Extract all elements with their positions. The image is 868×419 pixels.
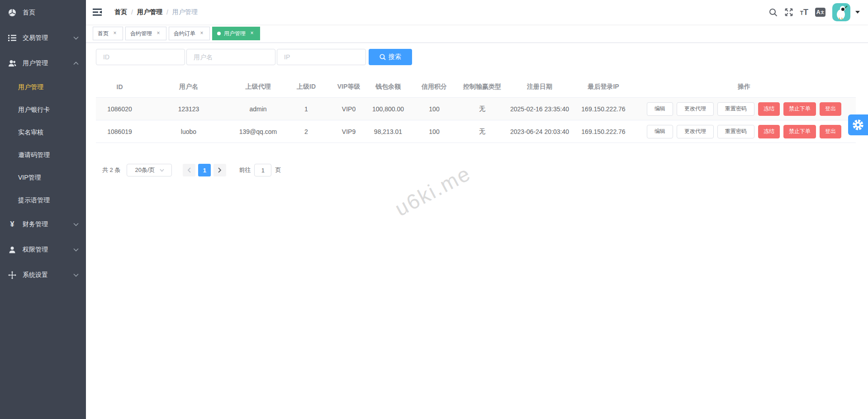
ban-order-button[interactable]: 禁止下单 bbox=[783, 102, 816, 116]
sidebar-item-label: 财务管理 bbox=[23, 220, 48, 229]
reset-password-button[interactable]: 重置密码 bbox=[717, 125, 754, 138]
page-size-value: 20条/页 bbox=[135, 166, 155, 174]
table-header-cell: 上级代理 bbox=[234, 76, 282, 98]
sidebar-item-home[interactable]: 首页 bbox=[0, 0, 86, 25]
cell-parent-id: 1 bbox=[282, 98, 330, 120]
cell-last-ip: 169.150.222.76 bbox=[574, 120, 632, 143]
settings-gear-button[interactable] bbox=[848, 114, 868, 135]
tab-contract-order[interactable]: 合约订单 × bbox=[169, 27, 210, 40]
gear-icon bbox=[852, 119, 864, 131]
search-button[interactable]: 搜索 bbox=[369, 49, 412, 65]
close-icon[interactable]: × bbox=[112, 30, 118, 37]
fullscreen-icon[interactable] bbox=[784, 8, 793, 17]
cell-reg-date: 2023-06-24 20:03:40 bbox=[505, 120, 574, 143]
row-actions: 编辑 更改代理 重置密码 冻结 禁止下单 登出 bbox=[632, 102, 856, 116]
cell-reg-date: 2025-02-16 23:35:40 bbox=[505, 98, 574, 120]
row-actions: 编辑 更改代理 重置密码 冻结 禁止下单 登出 bbox=[632, 125, 856, 138]
close-icon[interactable]: × bbox=[199, 30, 205, 37]
breadcrumb-item[interactable]: 首页 bbox=[114, 8, 127, 16]
logout-button[interactable]: 登出 bbox=[820, 125, 841, 138]
ip-input[interactable] bbox=[277, 49, 366, 65]
chevron-up-icon bbox=[73, 62, 79, 65]
sidebar: 首页 交易管理 用户管理 用户管理 用户银行卡 实名审核 邀请码管理 bbox=[0, 0, 86, 419]
cell-balance: 98,213.01 bbox=[367, 120, 409, 143]
move-icon bbox=[8, 271, 16, 279]
sidebar-submenu-user: 用户管理 用户银行卡 实名审核 邀请码管理 VIP管理 提示语管理 bbox=[0, 76, 86, 212]
cell-credit: 100 bbox=[409, 120, 460, 143]
chevron-down-icon bbox=[73, 273, 79, 277]
translate-icon[interactable]: A文 bbox=[815, 8, 825, 17]
sidebar-item-permission[interactable]: 权限管理 bbox=[0, 237, 86, 262]
cell-id: 1086020 bbox=[96, 98, 143, 120]
sidebar-item-label: 提示语管理 bbox=[18, 196, 50, 205]
close-icon[interactable]: × bbox=[155, 30, 161, 37]
cell-win-type: 无 bbox=[460, 120, 505, 143]
app-root: 首页 交易管理 用户管理 用户管理 用户银行卡 实名审核 邀请码管理 bbox=[0, 0, 868, 419]
tab-user-manage[interactable]: 用户管理 × bbox=[212, 27, 260, 40]
font-size-icon[interactable]: TT bbox=[800, 8, 808, 16]
cell-vip: VIP9 bbox=[330, 120, 367, 143]
username-input[interactable] bbox=[186, 49, 275, 65]
sidebar-item-label: 用户银行卡 bbox=[18, 106, 50, 114]
goto-page-input[interactable] bbox=[254, 164, 271, 176]
pagination: 共 2 条 20条/页 1 前往 页 bbox=[96, 164, 858, 176]
users-icon bbox=[8, 60, 16, 67]
sidebar-item-vip-manage[interactable]: VIP管理 bbox=[0, 167, 86, 189]
list-icon bbox=[8, 34, 16, 42]
sidebar-item-tips-manage[interactable]: 提示语管理 bbox=[0, 189, 86, 212]
logout-button[interactable]: 登出 bbox=[820, 102, 841, 116]
id-input[interactable] bbox=[96, 49, 185, 65]
cell-last-ip: 169.150.222.76 bbox=[574, 98, 632, 120]
yen-icon: ¥ bbox=[8, 220, 16, 229]
freeze-button[interactable]: 冻结 bbox=[758, 102, 780, 116]
cell-id: 1086019 bbox=[96, 120, 143, 143]
edit-button[interactable]: 编辑 bbox=[647, 125, 673, 138]
cell-agent: 139@qq.com bbox=[234, 120, 282, 143]
edit-button[interactable]: 编辑 bbox=[647, 102, 673, 116]
page-number-button[interactable]: 1 bbox=[198, 164, 211, 176]
tab-label: 合约管理 bbox=[130, 30, 152, 38]
freeze-button[interactable]: 冻结 bbox=[758, 125, 780, 138]
page-size-select[interactable]: 20条/页 bbox=[127, 164, 172, 176]
sidebar-item-system[interactable]: 系统设置 bbox=[0, 262, 86, 288]
sidebar-item-trade[interactable]: 交易管理 bbox=[0, 25, 86, 51]
table-header-cell: 信用积分 bbox=[409, 76, 460, 98]
change-agent-button[interactable]: 更改代理 bbox=[677, 125, 714, 138]
chevron-down-icon[interactable] bbox=[855, 11, 860, 14]
navbar-actions: TT A文 bbox=[769, 3, 860, 21]
change-agent-button[interactable]: 更改代理 bbox=[677, 102, 714, 116]
avatar[interactable] bbox=[832, 3, 850, 21]
search-icon[interactable] bbox=[769, 8, 778, 17]
sidebar-item-user[interactable]: 用户管理 bbox=[0, 51, 86, 76]
close-icon[interactable]: × bbox=[249, 30, 255, 37]
sidebar-item-user-manage[interactable]: 用户管理 bbox=[0, 76, 86, 99]
next-page-button[interactable] bbox=[213, 164, 226, 176]
tab-label: 首页 bbox=[98, 30, 109, 38]
sidebar-item-invite-code[interactable]: 邀请码管理 bbox=[0, 144, 86, 167]
search-button-label: 搜索 bbox=[389, 53, 401, 61]
cell-vip: VIP0 bbox=[330, 98, 367, 120]
breadcrumb: 首页 / 用户管理 / 用户管理 bbox=[114, 8, 198, 16]
sidebar-item-finance[interactable]: ¥ 财务管理 bbox=[0, 212, 86, 237]
breadcrumb-current: 用户管理 bbox=[172, 8, 198, 16]
chevron-down-icon bbox=[160, 169, 164, 172]
table-header-cell: 注册日期 bbox=[505, 76, 574, 98]
prev-page-button[interactable] bbox=[183, 164, 195, 176]
tab-contract-manage[interactable]: 合约管理 × bbox=[125, 27, 166, 40]
breadcrumb-separator: / bbox=[131, 9, 133, 16]
breadcrumb-item[interactable]: 用户管理 bbox=[137, 8, 162, 16]
tab-home[interactable]: 首页 × bbox=[93, 27, 123, 40]
sidebar-item-realname-audit[interactable]: 实名审核 bbox=[0, 121, 86, 144]
table-header-cell: 控制输赢类型 bbox=[460, 76, 505, 98]
cell-username: 123123 bbox=[143, 98, 234, 120]
table-header-cell: 钱包余额 bbox=[367, 76, 409, 98]
reset-password-button[interactable]: 重置密码 bbox=[717, 102, 754, 116]
ban-order-button[interactable]: 禁止下单 bbox=[783, 125, 816, 138]
table-header-cell: ID bbox=[96, 76, 143, 98]
sidebar-item-label: VIP管理 bbox=[18, 174, 41, 182]
hamburger-icon[interactable] bbox=[93, 8, 105, 16]
tab-label: 用户管理 bbox=[224, 30, 246, 38]
table-header-row: ID 用户名 上级代理 上级ID VIP等级 钱包余额 信用积分 控制输赢类型 … bbox=[96, 76, 856, 98]
sidebar-item-user-bankcard[interactable]: 用户银行卡 bbox=[0, 99, 86, 121]
breadcrumb-separator: / bbox=[166, 9, 168, 16]
